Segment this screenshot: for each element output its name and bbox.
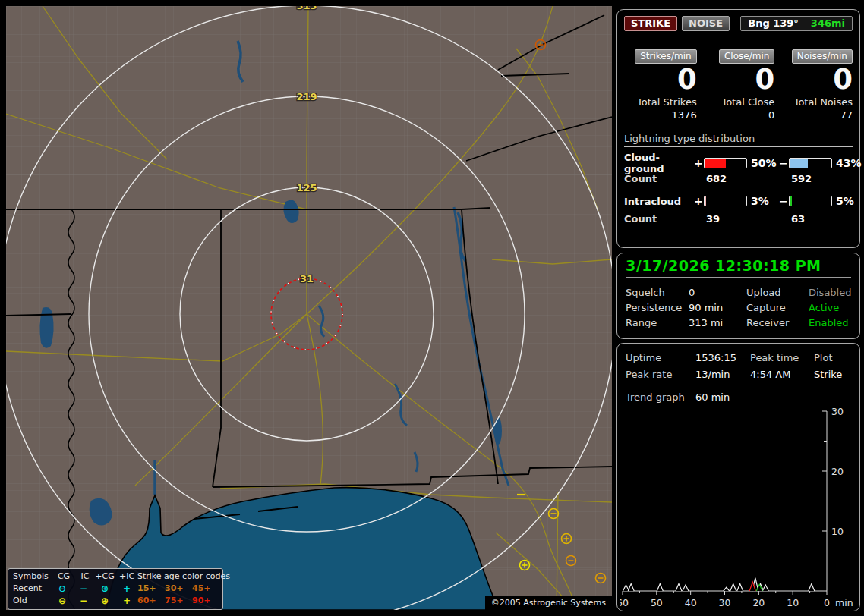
info-label: Peak time bbox=[750, 350, 814, 366]
noise-button[interactable]: NOISE bbox=[682, 16, 730, 31]
trend-x-tick-label: 20 bbox=[752, 597, 765, 608]
plus-count: 39 bbox=[704, 213, 747, 225]
range-ring-label: 125 bbox=[296, 182, 317, 193]
range-ring-label: 313 bbox=[296, 6, 317, 11]
distribution-label: Cloud-ground bbox=[624, 152, 694, 174]
count-label: Count bbox=[624, 173, 694, 184]
info-value: 1536:15 bbox=[695, 350, 750, 366]
plus-bar-fill bbox=[705, 196, 706, 206]
counter-column: Strikes/min0Total Strikes1376 bbox=[624, 48, 697, 121]
trend-x-tick-label: 30 bbox=[719, 597, 731, 608]
counter-total-value: 1376 bbox=[624, 108, 697, 121]
minus-bar-fill bbox=[790, 159, 808, 168]
circle-minus-icon: ⊖ bbox=[51, 595, 74, 607]
status-label: Range bbox=[626, 316, 689, 331]
plus-bar bbox=[704, 158, 747, 168]
plus-icon: + bbox=[116, 583, 137, 595]
age-code: 15+ bbox=[137, 583, 165, 595]
status-label: Capture bbox=[746, 300, 809, 316]
plus-sign: + bbox=[694, 157, 704, 169]
status-value: Disabled bbox=[809, 285, 851, 300]
info-value: 60 min bbox=[695, 389, 750, 406]
counter-value: 0 bbox=[624, 64, 697, 95]
counter-total-label: Total Strikes bbox=[624, 96, 697, 108]
distribution-title: Lightning type distribution bbox=[624, 133, 853, 147]
trend-panel: Uptime1536:15Peak timePlotPeak rate13/mi… bbox=[616, 343, 860, 611]
plus-sign: + bbox=[694, 195, 704, 207]
legend-header: Symbols bbox=[13, 570, 51, 583]
minus-icon: − bbox=[74, 595, 93, 607]
circle-minus-icon: ⊖ bbox=[51, 583, 74, 595]
info-grid: Uptime1536:15Peak timePlotPeak rate13/mi… bbox=[622, 350, 855, 406]
info-label: Uptime bbox=[626, 350, 695, 366]
status-label: Upload bbox=[746, 285, 809, 300]
status-grid: Squelch0UploadDisabledPersistence90 minC… bbox=[626, 285, 851, 331]
distribution-label: Intracloud bbox=[624, 196, 694, 207]
status-value: 90 min bbox=[689, 300, 746, 316]
trend-axes: 1020300102030405060min bbox=[620, 406, 853, 608]
counter-header-button[interactable]: Noises/min bbox=[792, 49, 853, 64]
map-svg: 31125219313 bbox=[6, 6, 612, 610]
legend-header: +IC bbox=[116, 570, 137, 583]
distance-value: 346mi bbox=[811, 17, 845, 29]
bearing-value: Bng 139° bbox=[748, 17, 799, 29]
legend-row-label: Old bbox=[13, 595, 51, 607]
legend-header: -IC bbox=[74, 570, 93, 583]
status-value: 0 bbox=[689, 285, 746, 300]
info-value: 4:54 AM bbox=[750, 366, 814, 383]
trend-x-tick-label: 0 bbox=[824, 597, 830, 608]
age-code: 45+ bbox=[192, 583, 218, 595]
counter-total-label: Total Close bbox=[702, 96, 775, 108]
plus-count: 682 bbox=[704, 173, 747, 184]
range-ring-label: 31 bbox=[300, 273, 314, 284]
info-label bbox=[750, 389, 814, 406]
minus-percent: 43% bbox=[832, 157, 862, 169]
status-label: Squelch bbox=[626, 285, 689, 300]
info-label: Plot bbox=[814, 350, 851, 366]
plus-percent: 50% bbox=[747, 157, 779, 169]
legend-header: +CG bbox=[93, 570, 116, 583]
side-panel: STRIKE NOISE Bng 139°346mi Strikes/min0T… bbox=[616, 9, 860, 611]
counter-column: Close/min0Total Close0 bbox=[702, 48, 775, 121]
plus-bar-fill bbox=[705, 159, 726, 168]
trend-graph: 1020300102030405060min bbox=[620, 404, 857, 608]
status-panel: 3/17/2026 12:30:18 PM Squelch0UploadDisa… bbox=[616, 253, 860, 339]
trend-y-tick-label: 30 bbox=[831, 406, 844, 417]
bearing-display: Bng 139°346mi bbox=[740, 16, 853, 31]
minus-percent: 5% bbox=[832, 195, 854, 207]
info-value: 13/min bbox=[695, 366, 750, 383]
counter-value: 0 bbox=[780, 64, 853, 95]
datetime: 3/17/2026 12:30:18 PM bbox=[626, 257, 851, 278]
distribution-row: Cloud-ground+50%−43% bbox=[624, 152, 853, 170]
minus-bar-fill bbox=[790, 196, 792, 206]
legend-header: -CG bbox=[51, 570, 74, 583]
count-row: Count3963 bbox=[624, 210, 853, 227]
strike-button[interactable]: STRIKE bbox=[624, 16, 677, 31]
circle-plus-icon: ⊕ bbox=[93, 583, 116, 595]
counter-header-button[interactable]: Close/min bbox=[719, 49, 774, 64]
minus-sign: − bbox=[779, 195, 789, 207]
plus-bar bbox=[704, 196, 747, 206]
minus-bar bbox=[789, 196, 832, 206]
counter-column: Noises/min0Total Noises77 bbox=[780, 48, 853, 121]
trend-y-tick-label: 20 bbox=[831, 466, 844, 477]
plus-icon: + bbox=[116, 595, 137, 607]
counter-value: 0 bbox=[702, 64, 775, 95]
mode-button-row: STRIKE NOISE Bng 139°346mi bbox=[624, 16, 853, 31]
info-label bbox=[814, 389, 851, 406]
legend-row-label: Recent bbox=[13, 583, 51, 595]
age-code: 30+ bbox=[165, 583, 192, 595]
distribution-rows: Cloud-ground+50%−43%Count682592Intraclou… bbox=[624, 152, 853, 227]
minus-count: 592 bbox=[789, 173, 832, 184]
legend-age-title: Strike age color codes bbox=[137, 570, 218, 583]
stats-panel: STRIKE NOISE Bng 139°346mi Strikes/min0T… bbox=[616, 9, 860, 248]
lightning-map[interactable]: 31125219313 Symbols-CG-IC+CG+ICStrike ag… bbox=[6, 6, 612, 610]
counter-total-value: 0 bbox=[702, 108, 775, 121]
app-window: 31125219313 Symbols-CG-IC+CG+ICStrike ag… bbox=[0, 0, 864, 616]
info-label: Peak rate bbox=[626, 366, 695, 383]
counter-total-label: Total Noises bbox=[780, 96, 853, 108]
trend-x-tick-label: 10 bbox=[787, 597, 799, 608]
trend-x-tick-label: 40 bbox=[685, 597, 697, 608]
counter-header-button[interactable]: Strikes/min bbox=[635, 49, 696, 64]
plus-percent: 3% bbox=[747, 195, 779, 207]
